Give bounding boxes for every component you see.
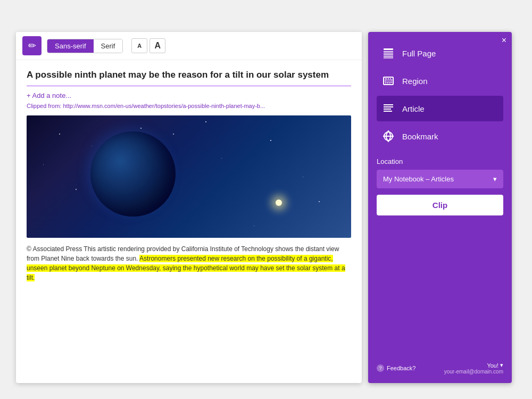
article-option[interactable]: Article xyxy=(377,96,503,121)
bookmark-option[interactable]: Bookmark xyxy=(377,123,503,149)
location-dropdown[interactable]: My Notebook – Articles ▾ xyxy=(377,170,503,188)
font-toggle[interactable]: Sans-serif Serif xyxy=(47,39,123,53)
user-name: You! xyxy=(487,362,498,369)
full-page-label: Full Page xyxy=(402,49,436,58)
footer-bar: ? Feedback? You! ▾ your-email@domain.com xyxy=(377,355,503,375)
small-size-button[interactable]: A xyxy=(131,38,147,53)
article-panel: ✏ Sans-serif Serif A A A possible ninth … xyxy=(16,32,362,383)
svg-rect-5 xyxy=(384,57,393,59)
starfield xyxy=(27,115,351,238)
pencil-button[interactable]: ✏ xyxy=(22,36,41,55)
sans-serif-button[interactable]: Sans-serif xyxy=(47,39,94,53)
chevron-down-icon: ▾ xyxy=(493,175,497,183)
feedback-link[interactable]: ? Feedback? xyxy=(377,364,415,372)
article-label: Article xyxy=(402,104,425,113)
location-value: My Notebook – Articles xyxy=(383,175,454,183)
clip-button[interactable]: Clip xyxy=(377,195,503,215)
toolbar: ✏ Sans-serif Serif A A xyxy=(16,32,362,60)
planet-illustration xyxy=(90,131,176,217)
svg-rect-1 xyxy=(384,51,393,52)
full-page-icon xyxy=(381,46,396,61)
location-label: Location xyxy=(377,157,503,165)
location-section: Location My Notebook – Articles ▾ Clip xyxy=(377,157,503,215)
region-icon xyxy=(381,73,396,88)
distant-star xyxy=(276,200,282,206)
svg-rect-0 xyxy=(384,48,393,50)
user-email: your-email@domain.com xyxy=(444,369,503,375)
svg-rect-2 xyxy=(384,53,393,54)
user-chevron-icon: ▾ xyxy=(500,362,503,369)
clipper-overlay: ✏ Sans-serif Serif A A A possible ninth … xyxy=(16,32,516,383)
article-title: A possible ninth planet may be the reaso… xyxy=(27,69,351,86)
svg-rect-8 xyxy=(384,104,393,105)
serif-button[interactable]: Serif xyxy=(94,39,123,53)
clipped-from-url: Clipped from: http://www.msn.com/en-us/w… xyxy=(27,103,351,109)
pencil-icon: ✏ xyxy=(28,40,36,52)
user-info: You! ▾ your-email@domain.com xyxy=(444,362,503,375)
add-note-button[interactable]: + Add a note... xyxy=(27,92,351,99)
article-caption: © Associated Press This artistic renderi… xyxy=(27,244,351,282)
feedback-icon: ? xyxy=(377,364,384,372)
bookmark-icon xyxy=(381,129,396,144)
article-icon xyxy=(381,101,396,116)
full-page-option[interactable]: Full Page xyxy=(377,40,503,66)
svg-rect-3 xyxy=(384,54,393,55)
close-button[interactable]: × xyxy=(502,36,506,45)
planet-image xyxy=(27,115,351,238)
feedback-label: Feedback? xyxy=(387,365,415,371)
bookmark-label: Bookmark xyxy=(402,132,438,141)
size-buttons: A A xyxy=(131,38,165,53)
svg-rect-4 xyxy=(384,56,393,57)
large-size-button[interactable]: A xyxy=(149,38,165,53)
region-option[interactable]: Region xyxy=(377,68,503,94)
article-content: A possible ninth planet may be the reaso… xyxy=(16,60,362,383)
clipper-panel: × Full Page xyxy=(368,32,512,383)
region-label: Region xyxy=(402,77,428,86)
svg-rect-11 xyxy=(384,111,392,112)
user-label[interactable]: You! ▾ xyxy=(487,362,503,369)
svg-rect-9 xyxy=(384,106,393,107)
svg-rect-7 xyxy=(385,79,392,83)
svg-rect-10 xyxy=(384,109,391,110)
